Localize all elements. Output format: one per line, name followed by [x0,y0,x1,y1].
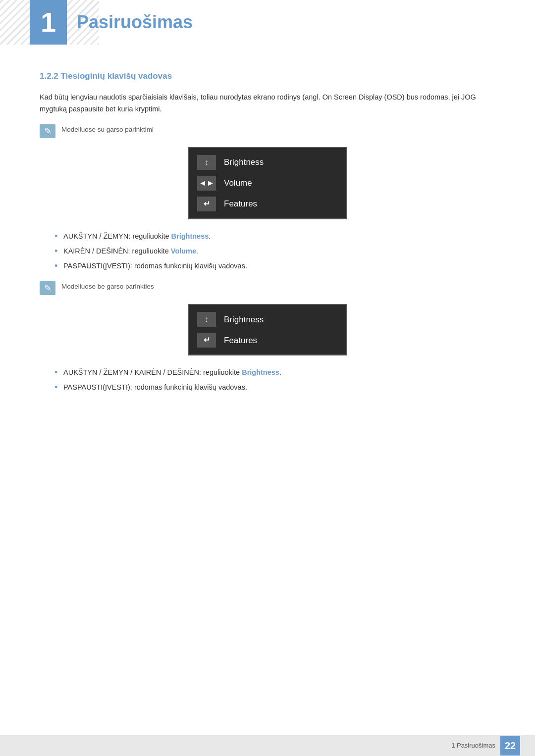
chapter-title: Pasiruošimas [77,8,193,37]
osd-box-2-container: ↕ Brightness ↵ Features [40,304,495,355]
main-content: 1.2.2 Tiesioginių klavišų vadovas Kad bū… [0,45,535,443]
bullet1-item-1: KAIRĖN / DEŠINĖN: reguliuokite Volume. [54,246,495,257]
bullet1-item-2: PASPAUSTI(ĮVESTI): rodomas funkcinių kla… [54,261,495,272]
svg-text:✎: ✎ [44,126,52,136]
note2-row: ✎ Modeliuose be garso parinkties [40,281,495,295]
volume-icon: ◄► [199,177,214,190]
bullet2-text-0-before: AUKŠTYN / ŽEMYN / KAIRĖN / DEŠINĖN: regu… [63,368,242,376]
note1-row: ✎ Modeliuose su garso parinktimi [40,124,495,138]
osd2-icon-box-0: ↕ [197,312,216,327]
note2-text: Modeliuose be garso parinkties [61,281,154,292]
bullet1-highlight-0: Brightness [171,232,209,240]
chapter-number: 1 [41,0,56,45]
osd-box-2: ↕ Brightness ↵ Features [188,304,347,355]
osd1-row-1: ◄► Volume [189,173,346,194]
bullet2-item-0: AUKŠTYN / ŽEMYN / KAIRĖN / DEŠINĖN: regu… [54,367,495,378]
bullet1-item-0: AUKŠTYN / ŽEMYN: reguliuokite Brightness… [54,231,495,242]
brightness-icon: ↕ [205,156,209,169]
bullet-list-1: AUKŠTYN / ŽEMYN: reguliuokite Brightness… [54,231,495,271]
bullet2-text-0-after: . [279,368,281,376]
page-number: 22 [500,736,520,756]
brightness-icon-2: ↕ [205,313,209,326]
chapter-number-box: 1 [30,0,67,45]
osd1-row-2: ↵ Features [189,194,346,214]
osd-box-1-container: ↕ Brightness ◄► Volume ↵ Features [40,147,495,219]
osd1-label-2: Features [224,197,257,210]
osd1-icon-box-2: ↵ [197,197,216,211]
bullet1-highlight-1: Volume [171,247,196,255]
note1-text: Modeliuose su garso parinktimi [61,124,154,135]
note-icon-1: ✎ [40,124,55,138]
bullet2-item-1: PASPAUSTI(ĮVESTI): rodomas funkcinių kla… [54,382,495,393]
osd1-label-0: Brightness [224,155,264,169]
bullet1-text-0-after: . [209,232,211,240]
osd-box-1: ↕ Brightness ◄► Volume ↵ Features [188,147,347,219]
bullet-list-2: AUKŠTYN / ŽEMYN / KAIRĖN / DEŠINĖN: regu… [54,367,495,393]
page-footer: 1 Pasiruošimas 22 [0,735,535,756]
bullet1-text-0-before: AUKŠTYN / ŽEMYN: reguliuokite [63,232,171,240]
bullet2-text-1: PASPAUSTI(ĮVESTI): rodomas funkcinių kla… [63,383,247,391]
osd2-label-1: Features [224,334,257,347]
osd1-icon-box-1: ◄► [197,176,216,191]
intro-paragraph: Kad būtų lengviau naudotis sparčiaisiais… [40,92,495,115]
bullet2-highlight-0: Brightness [242,368,279,376]
osd2-label-0: Brightness [224,313,264,326]
features-icon-2: ↵ [204,334,210,347]
bullet1-text-1-after: . [196,247,198,255]
osd2-row-1: ↵ Features [189,330,346,351]
bullet1-text-2: PASPAUSTI(ĮVESTI): rodomas funkcinių kla… [63,262,247,270]
bullet1-text-1-before: KAIRĖN / DEŠINĖN: reguliuokite [63,247,171,255]
osd1-row-0: ↕ Brightness [189,152,346,173]
osd1-icon-box-0: ↕ [197,155,216,170]
svg-text:✎: ✎ [44,283,52,293]
osd2-row-0: ↕ Brightness [189,309,346,330]
osd1-label-1: Volume [224,176,252,190]
osd2-icon-box-1: ↵ [197,333,216,348]
features-icon: ↵ [204,198,210,210]
page-header: 1 Pasiruošimas [0,0,535,45]
section-heading: 1.2.2 Tiesioginių klavišų vadovas [40,69,495,83]
note-icon-2: ✎ [40,281,55,295]
footer-chapter-text: 1 Pasiruošimas [451,741,495,751]
